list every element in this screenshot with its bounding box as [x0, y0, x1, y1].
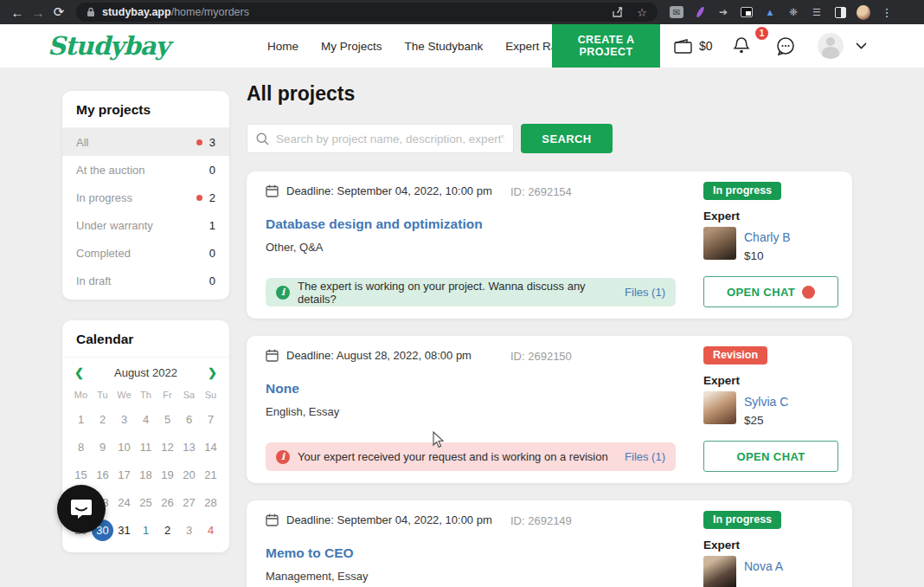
calendar-day[interactable]: 17 [113, 461, 135, 488]
sidebar-filter-all[interactable]: All3 [62, 128, 229, 156]
files-link[interactable]: Files (1) [625, 450, 665, 463]
calendar-day[interactable]: 1 [135, 516, 157, 544]
calendar-day[interactable]: 7 [200, 405, 221, 433]
open-chat-button[interactable]: OPEN CHAT [703, 441, 838, 472]
browser-forward-icon[interactable]: → [28, 5, 48, 20]
calendar-day[interactable]: 27 [178, 488, 200, 516]
sidebar-filter-in-progress[interactable]: In progress2 [62, 184, 229, 211]
project-title-link[interactable]: Memo to CEO [266, 545, 354, 561]
calendar-day[interactable]: 4 [200, 516, 221, 544]
expert-name-link[interactable]: Charly B [744, 230, 791, 244]
calendar-day[interactable]: 25 [135, 488, 157, 516]
calendar-day[interactable]: 3 [113, 405, 135, 433]
pip-extension-icon[interactable] [740, 5, 754, 19]
expert-label: Expert [703, 210, 740, 223]
calendar-day[interactable]: 13 [178, 433, 200, 461]
calendar-day[interactable]: 14 [200, 433, 221, 461]
filter-count: 1 [209, 219, 215, 232]
unread-dot [196, 139, 202, 145]
project-deadline: Deadline: August 28, 2022, 08:00 pm [286, 349, 472, 362]
calendar-day[interactable]: 26 [157, 488, 178, 516]
calendar-icon [266, 349, 279, 362]
calendar-day[interactable]: 3 [178, 516, 200, 544]
browser-back-icon[interactable]: ← [7, 5, 28, 20]
calendar-day[interactable]: 31 [113, 516, 135, 544]
project-price: $25 [744, 414, 764, 427]
search-button[interactable]: SEARCH [521, 124, 613, 153]
create-project-button[interactable]: CREATE A PROJECT [552, 24, 660, 68]
calendar-day[interactable]: 4 [135, 405, 157, 433]
sidebar-filter-under-warranty[interactable]: Under warranty1 [62, 211, 229, 239]
status-badge: In progress [703, 511, 781, 529]
filter-label: At the auction [76, 164, 209, 177]
calendar-day[interactable]: 9 [92, 433, 113, 461]
user-menu[interactable] [818, 24, 867, 68]
support-chat-widget[interactable] [57, 485, 106, 533]
calendar-day[interactable]: 24 [113, 488, 135, 516]
expert-avatar[interactable] [703, 556, 736, 587]
calendar-day[interactable]: 8 [70, 433, 92, 461]
project-title-link[interactable]: None [266, 381, 299, 397]
calendar-day[interactable]: 10 [113, 433, 135, 461]
mail-extension-icon[interactable]: ✉ [670, 6, 683, 18]
share-icon[interactable] [612, 6, 625, 18]
diamond-extension-icon[interactable]: ➔ [716, 5, 730, 19]
bookmark-star-icon[interactable]: ☆ [637, 6, 647, 19]
balance-amount: $0 [699, 39, 713, 53]
studybay-logo[interactable]: Studybay [48, 31, 169, 61]
wallet-icon [674, 39, 693, 54]
address-bar[interactable]: studybay.app /home/myorders ☆ [76, 3, 658, 22]
notifications-button[interactable]: 1 [733, 24, 750, 68]
project-status-banner: i Your expert received your request and … [266, 442, 676, 471]
my-projects-title: My projects [62, 91, 229, 128]
calendar-day[interactable]: 28 [200, 488, 221, 516]
browser-reload-icon[interactable]: ⟳ [48, 4, 69, 20]
browser-chrome: ← → ⟳ studybay.app /home/myorders ☆ ✉ ➔ … [0, 0, 924, 24]
calendar-day[interactable]: 1 [70, 405, 92, 433]
extensions-puzzle-icon[interactable]: ❈ [786, 5, 800, 19]
calendar-day[interactable]: 18 [135, 461, 157, 488]
project-deadline: Deadline: September 04, 2022, 10:00 pm [286, 513, 492, 526]
browser-profile-avatar[interactable] [857, 5, 870, 19]
nav-home[interactable]: Home [267, 40, 298, 53]
calendar-next-icon[interactable]: ❯ [208, 366, 217, 379]
project-title-link[interactable]: Database design and optimization [266, 216, 483, 232]
open-chat-label: OPEN CHAT [727, 286, 795, 299]
side-panel-icon[interactable] [833, 5, 847, 19]
arrow-up-extension-icon[interactable]: ▲ [763, 5, 777, 19]
expert-avatar[interactable] [703, 391, 736, 424]
open-chat-button[interactable]: OPEN CHAT [703, 276, 838, 307]
browser-menu-icon[interactable]: ⋮ [880, 5, 894, 19]
nav-studybank[interactable]: The Studybank [405, 40, 484, 53]
unread-dot [802, 286, 815, 299]
calendar-day[interactable]: 11 [135, 433, 157, 461]
status-badge: In progress [703, 182, 781, 200]
calendar-prev-icon[interactable]: ❮ [74, 366, 84, 379]
list-extension-icon[interactable]: ☰ [810, 5, 824, 19]
sidebar-filter-at-the-auction[interactable]: At the auction0 [62, 156, 229, 184]
calendar-day[interactable]: 2 [92, 405, 113, 433]
expert-name-link[interactable]: Nova A [744, 559, 783, 573]
calendar-day[interactable]: 2 [157, 516, 178, 544]
banner-text: Your expert received your request and is… [298, 450, 617, 463]
calendar-day[interactable]: 20 [178, 461, 200, 488]
unread-dot [196, 195, 202, 201]
search-input[interactable] [276, 132, 504, 145]
calendar-day[interactable]: 12 [157, 433, 178, 461]
expert-name-link[interactable]: Sylvia C [744, 395, 788, 409]
calendar-day[interactable]: 16 [92, 461, 113, 488]
feather-extension-icon[interactable] [693, 5, 707, 19]
wallet-balance[interactable]: $0 [674, 24, 713, 68]
calendar-day[interactable]: 19 [157, 461, 178, 488]
nav-my-projects[interactable]: My Projects [321, 40, 382, 53]
messages-button[interactable] [775, 24, 796, 68]
calendar-day[interactable]: 5 [157, 405, 178, 433]
calendar-month-nav: ❮ August 2022 ❯ [62, 358, 229, 384]
sidebar-filter-in-draft[interactable]: In draft0 [62, 267, 229, 294]
files-link[interactable]: Files (1) [625, 286, 665, 299]
calendar-day[interactable]: 21 [200, 461, 221, 488]
expert-avatar[interactable] [703, 227, 736, 260]
filter-count: 3 [209, 136, 215, 149]
calendar-day[interactable]: 6 [178, 405, 200, 433]
sidebar-filter-completed[interactable]: Completed0 [62, 239, 229, 267]
